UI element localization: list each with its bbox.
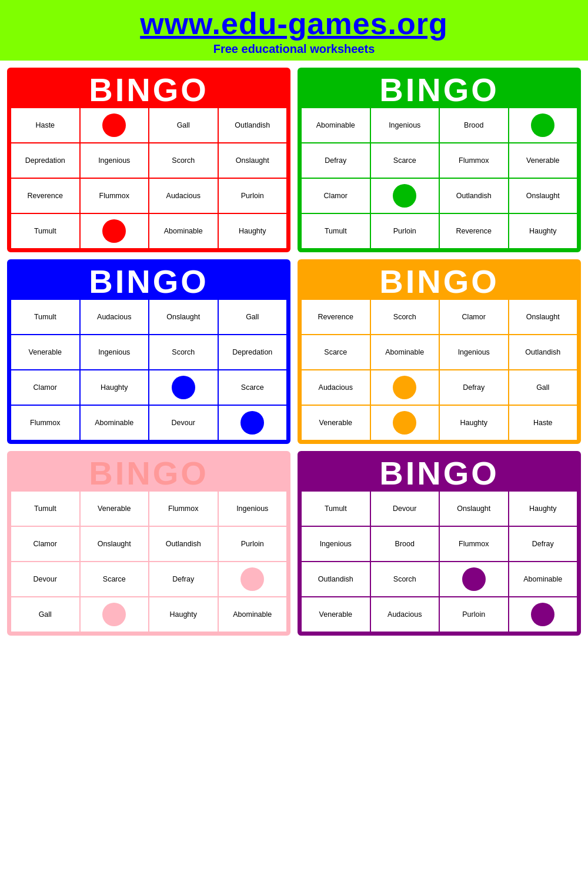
bingo-cell-card1-1 [80, 108, 149, 143]
bingo-cell-card5-6: Outlandish [149, 526, 218, 562]
bingo-header-card1: BINGO [11, 71, 287, 108]
bingo-cell-card3-8: Clamor [11, 370, 80, 405]
bingo-cell-card6-12: Venerable [301, 597, 370, 632]
bingo-cell-card3-6: Scorch [149, 335, 218, 370]
circle-marker [172, 376, 195, 399]
circle-marker [102, 603, 126, 626]
circle-marker [102, 219, 126, 243]
bingo-cell-card1-8: Reverence [11, 178, 80, 213]
header-title: www.edu-games.org [0, 6, 588, 41]
bingo-cell-card2-15: Haughty [509, 213, 578, 249]
circle-marker [393, 411, 416, 435]
bingo-cell-card4-12: Venerable [301, 405, 370, 440]
bingo-cell-card3-0: Tumult [11, 299, 80, 335]
circle-marker [393, 184, 416, 208]
bingo-cell-card3-14: Devour [149, 405, 218, 440]
bingo-cell-card4-14: Haughty [439, 405, 509, 440]
bingo-cell-card5-2: Flummox [149, 491, 218, 526]
bingo-cell-card1-3: Outlandish [218, 108, 288, 143]
bingo-header-card5: BINGO [11, 455, 287, 491]
bingo-header-card4: BINGO [301, 263, 577, 299]
bingo-cell-card5-11 [218, 562, 288, 597]
bingo-cell-card4-5: Abominable [370, 335, 440, 370]
bingo-cell-card2-4: Defray [301, 143, 370, 178]
bingo-cell-card5-5: Onslaught [80, 526, 149, 562]
bingo-cell-card3-13: Abominable [80, 405, 149, 440]
bingo-cell-card2-13: Purloin [370, 213, 440, 249]
bingo-cell-card4-2: Clamor [439, 299, 509, 335]
bingo-cell-card6-8: Outlandish [301, 562, 370, 597]
bingo-cell-card5-10: Defray [149, 562, 218, 597]
bingo-card-card2: BINGOAbominableIngeniousBroodDefrayScarc… [298, 68, 581, 252]
bingo-cell-card6-9: Scorch [370, 562, 440, 597]
bingo-header-card3: BINGO [11, 263, 287, 299]
bingo-cell-card3-10 [149, 370, 218, 405]
cards-grid: BINGOHasteGallOutlandishDepredationIngen… [0, 61, 588, 643]
bingo-cell-card1-2: Gall [149, 108, 218, 143]
bingo-card-card4: BINGOReverenceScorchClamorOnslaughtScarc… [298, 259, 581, 444]
bingo-cell-card5-4: Clamor [11, 526, 80, 562]
bingo-cell-card5-9: Scarce [80, 562, 149, 597]
bingo-cell-card4-1: Scorch [370, 299, 440, 335]
bingo-cell-card6-3: Haughty [509, 491, 578, 526]
bingo-cell-card4-7: Outlandish [509, 335, 578, 370]
bingo-cell-card6-13: Audacious [370, 597, 440, 632]
bingo-cell-card4-11: Gall [509, 370, 578, 405]
bingo-cell-card6-1: Devour [370, 491, 440, 526]
bingo-cell-card6-11: Abominable [509, 562, 578, 597]
bingo-cell-card2-12: Tumult [301, 213, 370, 249]
bingo-card-card5: BINGOTumultVenerableFlummoxIngeniousClam… [7, 451, 290, 636]
bingo-grid-card5: TumultVenerableFlummoxIngeniousClamorOns… [11, 491, 287, 632]
bingo-cell-card6-6: Flummox [439, 526, 509, 562]
bingo-cell-card5-3: Ingenious [218, 491, 288, 526]
circle-marker [462, 567, 486, 591]
bingo-cell-card3-2: Onslaught [149, 299, 218, 335]
bingo-cell-card5-15: Abominable [218, 597, 288, 632]
bingo-cell-card3-1: Audacious [80, 299, 149, 335]
bingo-cell-card4-10: Defray [439, 370, 509, 405]
bingo-cell-card3-4: Venerable [11, 335, 80, 370]
bingo-cell-card5-13 [80, 597, 149, 632]
bingo-cell-card1-11: Purloin [218, 178, 288, 213]
bingo-cell-card2-0: Abominable [301, 108, 370, 143]
bingo-cell-card6-15 [509, 597, 578, 632]
bingo-card-card3: BINGOTumultAudaciousOnslaughtGallVenerab… [7, 259, 290, 444]
bingo-cell-card6-10 [439, 562, 509, 597]
bingo-cell-card1-5: Ingenious [80, 143, 149, 178]
bingo-cell-card4-0: Reverence [301, 299, 370, 335]
bingo-cell-card3-3: Gall [218, 299, 288, 335]
bingo-cell-card1-9: Flummox [80, 178, 149, 213]
bingo-cell-card2-5: Scarce [370, 143, 440, 178]
bingo-cell-card6-4: Ingenious [301, 526, 370, 562]
bingo-cell-card1-15: Haughty [218, 213, 288, 249]
bingo-cell-card2-3 [509, 108, 578, 143]
bingo-cell-card5-7: Purloin [218, 526, 288, 562]
bingo-cell-card1-13 [80, 213, 149, 249]
bingo-cell-card4-8: Audacious [301, 370, 370, 405]
circle-marker [531, 113, 554, 137]
bingo-cell-card4-3: Onslaught [509, 299, 578, 335]
circle-marker [393, 376, 416, 399]
bingo-cell-card6-0: Tumult [301, 491, 370, 526]
bingo-cell-card2-8: Clamor [301, 178, 370, 213]
bingo-cell-card6-2: Onslaught [439, 491, 509, 526]
bingo-cell-card1-0: Haste [11, 108, 80, 143]
bingo-cell-card2-6: Flummox [439, 143, 509, 178]
bingo-cell-card4-4: Scarce [301, 335, 370, 370]
bingo-grid-card6: TumultDevourOnslaughtHaughtyIngeniousBro… [301, 491, 577, 632]
bingo-cell-card3-11: Scarce [218, 370, 288, 405]
bingo-cell-card5-8: Devour [11, 562, 80, 597]
bingo-cell-card2-10: Outlandish [439, 178, 509, 213]
bingo-cell-card1-10: Audacious [149, 178, 218, 213]
bingo-cell-card4-9 [370, 370, 440, 405]
bingo-cell-card3-15 [218, 405, 288, 440]
bingo-cell-card5-14: Haughty [149, 597, 218, 632]
bingo-cell-card4-15: Haste [509, 405, 578, 440]
circle-marker [531, 603, 554, 626]
bingo-cell-card3-9: Haughty [80, 370, 149, 405]
bingo-cell-card6-5: Brood [370, 526, 440, 562]
bingo-cell-card4-13 [370, 405, 440, 440]
bingo-cell-card2-14: Reverence [439, 213, 509, 249]
bingo-cell-card6-7: Defray [509, 526, 578, 562]
bingo-cell-card1-14: Abominable [149, 213, 218, 249]
